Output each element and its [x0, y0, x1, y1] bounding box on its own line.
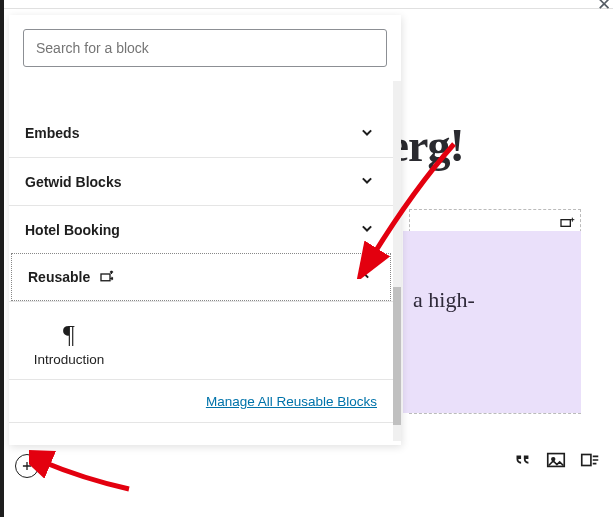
chevron-down-icon [357, 218, 377, 241]
search-input[interactable] [23, 29, 387, 67]
reusable-icon [98, 268, 116, 286]
chevron-up-icon [354, 266, 374, 289]
reusable-block-introduction[interactable]: ¶ Introduction [9, 318, 129, 375]
category-getwid[interactable]: Getwid Blocks [9, 157, 393, 205]
category-label: Hotel Booking [25, 222, 120, 238]
media-text-block-button[interactable] [579, 449, 601, 471]
block-inserter-panel: Embeds Getwid Blocks Hotel Booking Reusa… [9, 15, 401, 445]
image-block-button[interactable] [545, 449, 567, 471]
svg-rect-4 [582, 455, 591, 466]
add-block-button[interactable] [15, 454, 39, 478]
scrollbar-thumb[interactable] [393, 287, 401, 425]
reusable-block-content[interactable]: a high- [403, 231, 581, 413]
block-label: Introduction [9, 352, 129, 367]
close-icon[interactable]: ✕ [597, 0, 611, 9]
block-toolbar [511, 449, 601, 471]
manage-reusable-link[interactable]: Manage All Reusable Blocks [206, 394, 377, 409]
svg-rect-1 [101, 274, 110, 281]
reusable-icon [559, 215, 575, 231]
quote-block-button[interactable] [511, 449, 533, 471]
category-label: Getwid Blocks [25, 174, 121, 190]
chevron-down-icon [357, 170, 377, 193]
category-hotel-booking[interactable]: Hotel Booking [9, 205, 393, 253]
category-label: Embeds [25, 125, 79, 141]
chevron-down-icon [357, 122, 377, 145]
paragraph-text: a high- [403, 231, 581, 313]
manage-reusable-row: Manage All Reusable Blocks [9, 379, 393, 423]
category-scroll: Embeds Getwid Blocks Hotel Booking Reusa… [9, 81, 393, 445]
editor-topbar: ✕ [4, 0, 613, 9]
reusable-blocks-grid: ¶ Introduction [9, 301, 393, 379]
annotation-arrow [29, 449, 139, 499]
editor-canvas: berg! a high- Embeds Getwid Blocks [4, 9, 613, 517]
category-label: Reusable [28, 269, 90, 285]
category-embeds[interactable]: Embeds [9, 109, 393, 157]
paragraph-icon: ¶ [9, 318, 129, 352]
category-reusable[interactable]: Reusable [11, 253, 391, 301]
svg-rect-0 [561, 220, 570, 227]
search-container [23, 29, 387, 67]
